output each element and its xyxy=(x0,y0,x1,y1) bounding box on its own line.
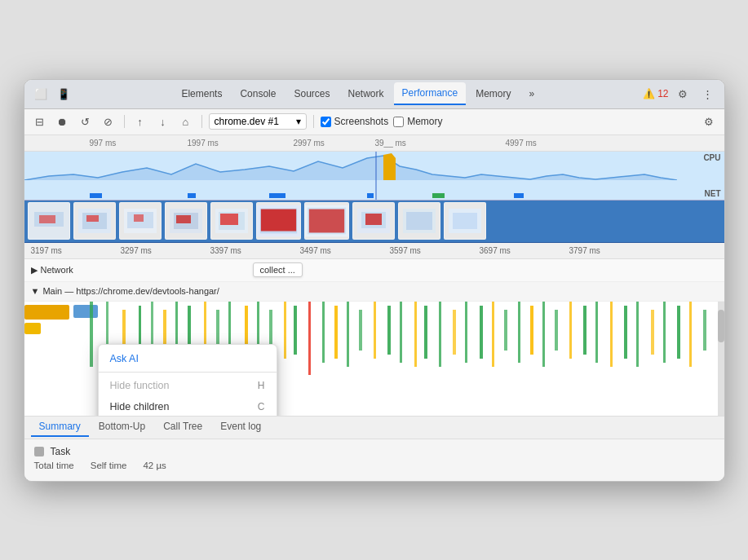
svg-rect-3 xyxy=(269,193,285,198)
tab-memory[interactable]: Memory xyxy=(467,83,519,104)
tab-call-tree[interactable]: Call Tree xyxy=(155,417,210,437)
inspector-icon[interactable]: ⬜ xyxy=(31,84,51,104)
timeline-ruler-top: 997 ms 1997 ms 2997 ms 39__ ms 4997 ms xyxy=(24,135,724,152)
tick2-2: 3297 ms xyxy=(121,246,152,255)
svg-rect-49 xyxy=(284,302,286,359)
svg-rect-21 xyxy=(220,214,238,225)
svg-rect-74 xyxy=(610,302,613,367)
svg-rect-15 xyxy=(134,214,144,222)
self-time-label: Self time xyxy=(91,461,127,470)
flame-bar-yellow2[interactable] xyxy=(24,323,41,334)
network-row[interactable]: ▶ Network collect ... xyxy=(24,259,724,282)
collect-button[interactable]: collect ... xyxy=(253,262,303,277)
memory-checkbox-label[interactable]: Memory xyxy=(393,116,442,127)
toolbar: ⊟ ⏺ ↺ ⊘ ↑ ↓ ⌂ chrome.dev #1 ▾ Screenshot… xyxy=(24,109,724,135)
task-color-swatch xyxy=(34,447,44,456)
total-time-label: Total time xyxy=(34,461,74,470)
screenshots-checkbox-label[interactable]: Screenshots xyxy=(321,116,389,127)
svg-rect-75 xyxy=(624,306,627,359)
tick-2: 1997 ms xyxy=(188,139,219,148)
ask-ai-label: Ask AI xyxy=(110,353,139,364)
network-label-text: Network xyxy=(41,265,73,275)
flame-content[interactable]: Ask AI Hide function H Hide children C H… xyxy=(24,302,724,416)
tick-4: 39__ ms xyxy=(375,139,406,148)
url-select[interactable]: chrome.dev #1 ▾ xyxy=(209,113,307,130)
hide-children-shortcut: C xyxy=(258,401,265,412)
svg-rect-63 xyxy=(465,302,467,363)
tab-bottom-up[interactable]: Bottom-Up xyxy=(91,417,153,437)
warning-badge[interactable]: ⚠️ 12 xyxy=(643,88,668,99)
tab-bar-left-icons: ⬜ 📱 xyxy=(31,84,73,104)
tick-5: 4997 ms xyxy=(506,139,537,148)
tab-sources[interactable]: Sources xyxy=(285,83,338,104)
svg-rect-67 xyxy=(518,302,520,363)
screenshots-strip xyxy=(24,201,724,243)
menu-item-ask-ai[interactable]: Ask AI xyxy=(99,348,277,369)
flame-bar-yellow[interactable] xyxy=(24,305,69,320)
warning-count: 12 xyxy=(657,88,668,99)
tab-elements[interactable]: Elements xyxy=(173,83,230,104)
clear-btn[interactable]: ⊘ xyxy=(100,112,117,130)
screenshot-thumb xyxy=(352,202,395,240)
screenshot-thumb xyxy=(256,202,301,240)
screenshots-checkbox[interactable] xyxy=(321,117,331,127)
tab-event-log[interactable]: Event log xyxy=(212,417,269,437)
svg-marker-0 xyxy=(383,153,396,180)
svg-rect-69 xyxy=(542,302,545,367)
tab-performance[interactable]: Performance xyxy=(394,82,467,105)
svg-rect-50 xyxy=(294,306,297,355)
tab-summary[interactable]: Summary xyxy=(31,417,89,437)
dropdown-icon: ▾ xyxy=(296,116,301,127)
warning-icon: ⚠️ xyxy=(643,88,655,99)
device-mode-icon[interactable]: 📱 xyxy=(54,84,73,104)
memory-checkbox[interactable] xyxy=(393,117,404,127)
svg-rect-54 xyxy=(347,302,349,367)
svg-rect-52 xyxy=(322,302,325,363)
bottom-tab-bar: Summary Bottom-Up Call Tree Event log xyxy=(24,417,724,439)
toolbar-sep-3 xyxy=(313,115,314,128)
svg-rect-1 xyxy=(90,193,102,198)
main-label: Main — https://chrome.dev/devtools-hanga… xyxy=(42,286,219,296)
svg-rect-12 xyxy=(86,215,99,222)
svg-rect-80 xyxy=(689,302,692,367)
toolbar-sep-1 xyxy=(124,115,125,128)
timeline-ruler-bottom: 3197 ms 3297 ms 3397 ms 3497 ms 3597 ms … xyxy=(24,243,724,259)
settings-icon-btn[interactable]: ⚙ xyxy=(673,84,693,104)
svg-rect-35 xyxy=(90,302,93,367)
tab-overflow[interactable]: » xyxy=(521,83,543,104)
network-bar-area: collect ... xyxy=(122,259,724,281)
svg-rect-9 xyxy=(39,215,55,223)
screenshot-thumb xyxy=(119,202,162,240)
hide-function-shortcut: H xyxy=(258,380,265,391)
main-row[interactable]: ▼ Main — https://chrome.dev/devtools-han… xyxy=(24,282,724,302)
tab-network[interactable]: Network xyxy=(339,83,392,104)
screenshot-thumb xyxy=(304,202,349,240)
svg-rect-79 xyxy=(677,306,680,359)
capture-settings-btn[interactable]: ⚙ xyxy=(700,112,718,130)
svg-rect-2 xyxy=(188,193,196,198)
self-time-value: 42 µs xyxy=(143,461,166,470)
more-icon-btn[interactable]: ⋮ xyxy=(697,84,717,104)
upload-btn[interactable]: ↑ xyxy=(131,112,149,130)
scrollbar-vertical[interactable] xyxy=(718,302,724,416)
context-menu: Ask AI Hide function H Hide children C H… xyxy=(98,344,277,416)
memory-label: Memory xyxy=(407,116,442,127)
devtools-window: ⬜ 📱 Elements Console Sources Network Per… xyxy=(24,79,725,482)
record-btn[interactable]: ⏺ xyxy=(54,112,72,130)
svg-rect-24 xyxy=(260,209,295,231)
tick2-5: 3597 ms xyxy=(390,246,421,255)
timeline-overview[interactable]: CPU NET xyxy=(24,152,724,201)
reload-btn[interactable]: ↺ xyxy=(77,112,95,130)
scrollbar-thumb[interactable] xyxy=(718,310,724,342)
download-btn[interactable]: ↓ xyxy=(154,112,172,130)
tick-1: 997 ms xyxy=(90,139,117,148)
svg-rect-77 xyxy=(651,310,654,355)
menu-item-hide-children[interactable]: Hide children C xyxy=(99,396,277,416)
svg-rect-73 xyxy=(595,302,598,363)
home-btn[interactable]: ⌂ xyxy=(177,112,195,130)
screenshot-thumb xyxy=(73,202,116,240)
tab-console[interactable]: Console xyxy=(232,83,284,104)
sidebar-toggle-btn[interactable]: ⊟ xyxy=(31,112,49,130)
tick2-6: 3697 ms xyxy=(480,246,511,255)
svg-rect-58 xyxy=(400,302,402,363)
